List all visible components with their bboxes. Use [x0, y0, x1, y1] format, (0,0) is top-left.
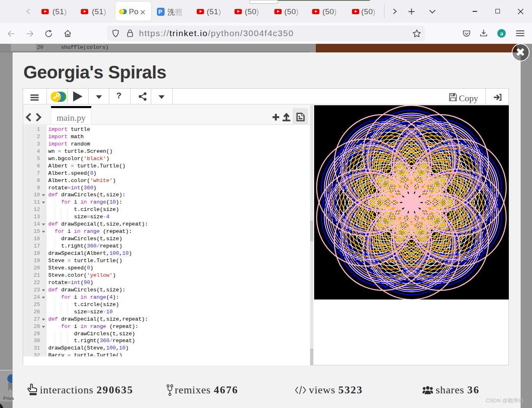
svg-text:a: a	[500, 30, 503, 37]
